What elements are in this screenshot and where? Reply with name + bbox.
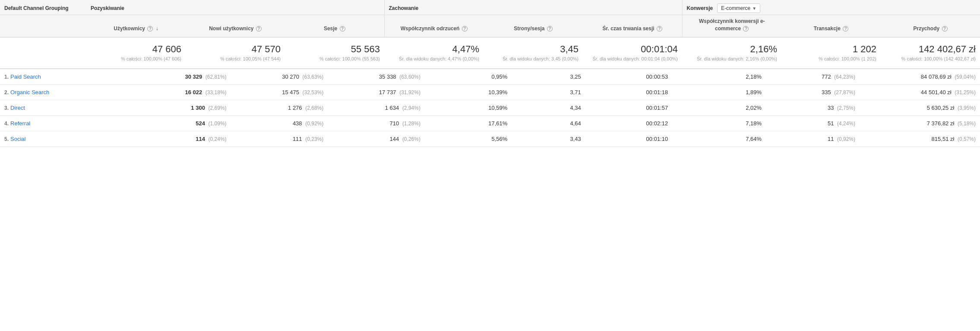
- pages-help-icon[interactable]: ?: [547, 26, 553, 32]
- channel-link[interactable]: Social: [10, 136, 25, 142]
- row-bounce: 5,56%: [425, 131, 512, 146]
- channel-link[interactable]: Direct: [10, 105, 25, 111]
- row-label-cell: 3.Direct: [0, 100, 134, 115]
- new-users-pct: (0,92%): [305, 121, 323, 127]
- row-duration: 00:01:10: [585, 131, 672, 146]
- row-number: 2.: [4, 89, 9, 95]
- row-number: 4.: [4, 121, 9, 127]
- row-users: 114 (0,24%): [134, 131, 231, 146]
- row-revenue: 44 501,40 zł (31,25%): [860, 84, 980, 100]
- transactions-help-icon[interactable]: ?: [843, 26, 848, 32]
- totals-transactions: 1 202 % całości: 100,00% (1 202): [781, 37, 881, 69]
- row-bounce: 17,61%: [425, 115, 512, 131]
- totals-conv-main: 2,16%: [686, 44, 777, 55]
- totals-transactions-sub: % całości: 100,00% (1 202): [786, 56, 876, 62]
- new-users-help-icon[interactable]: ?: [256, 26, 262, 32]
- col-header-bounce[interactable]: Współczynnik odrzuceń ?: [384, 15, 484, 37]
- row-transactions: 33 (2,75%): [766, 100, 860, 115]
- row-new-users: 1 276 (2,68%): [231, 100, 328, 115]
- row-revenue: 5 630,25 zł (3,95%): [860, 100, 980, 115]
- sessions-help-icon[interactable]: ?: [340, 26, 345, 32]
- col-header-users[interactable]: Użytkownicy ? ↓: [86, 15, 186, 37]
- new-users-pct: (63,63%): [303, 74, 324, 80]
- section-pozyskiwanie: Pozyskiwanie: [86, 0, 384, 15]
- col-header-revenue[interactable]: Przychody ?: [881, 15, 980, 37]
- row-transactions: 772 (64,23%): [766, 69, 860, 85]
- channel-link[interactable]: Paid Search: [10, 73, 41, 80]
- totals-pages: 3,45 Śr. dla widoku danych: 3,45 (0,00%): [484, 37, 583, 69]
- totals-new-users-sub: % całości: 100,05% (47 544): [190, 56, 281, 62]
- new-users-pct: (0,23%): [305, 136, 323, 142]
- default-channel-grouping-label: Default Channel Grouping: [0, 0, 86, 15]
- row-label-cell: 4.Referral: [0, 115, 134, 131]
- sessions-pct: (2,94%): [402, 105, 420, 111]
- users-value: 114: [196, 136, 205, 142]
- totals-sessions-main: 55 563: [289, 44, 380, 55]
- row-sessions: 710 (1,28%): [328, 115, 425, 131]
- sessions-pct: (1,28%): [402, 121, 420, 127]
- row-bounce: 10,59%: [425, 100, 512, 115]
- table-row: 4.Referral524 (1,09%)438 (0,92%)710 (1,2…: [0, 115, 980, 131]
- row-duration: 00:01:57: [585, 100, 672, 115]
- col-header-grouping: [0, 15, 86, 37]
- row-new-users: 438 (0,92%): [231, 115, 328, 131]
- totals-sessions-sub: % całości: 100,00% (55 563): [289, 56, 380, 62]
- row-duration: 00:01:18: [585, 84, 672, 100]
- totals-pages-main: 3,45: [488, 44, 579, 55]
- users-value: 30 329: [185, 73, 202, 80]
- duration-help-icon[interactable]: ?: [657, 26, 662, 32]
- konwersje-label: Konwersje: [687, 5, 713, 11]
- row-number: 3.: [4, 105, 9, 111]
- row-pages: 3,25: [512, 69, 585, 85]
- row-conv: 2,18%: [672, 69, 766, 85]
- row-revenue: 7 376,82 zł (5,18%): [860, 115, 980, 131]
- sessions-pct: (0,26%): [402, 136, 420, 142]
- totals-sessions: 55 563 % całości: 100,00% (55 563): [285, 37, 384, 69]
- users-value: 524: [196, 120, 205, 127]
- duration-label: Śr. czas trwania sesji: [603, 25, 654, 32]
- row-label-cell: 2.Organic Search: [0, 84, 134, 100]
- col-header-conv[interactable]: Współczynnik konwersji e-commerce ?: [682, 15, 781, 37]
- totals-users-main: 47 606: [91, 44, 181, 55]
- col-header-pages[interactable]: Strony/sesja ?: [484, 15, 583, 37]
- col-header-transactions[interactable]: Transakcje ?: [781, 15, 881, 37]
- revenue-help-icon[interactable]: ?: [942, 26, 948, 32]
- users-help-icon[interactable]: ?: [147, 26, 153, 32]
- revenue-label: Przychody: [913, 25, 939, 32]
- row-label-cell: 5.Social: [0, 131, 134, 146]
- row-new-users: 15 475 (32,53%): [231, 84, 328, 100]
- totals-duration-main: 00:01:04: [587, 44, 678, 55]
- table-row: 5.Social114 (0,24%)111 (0,23%)144 (0,26%…: [0, 131, 980, 146]
- col-header-sessions[interactable]: Sesje ?: [285, 15, 384, 37]
- row-conv: 1,89%: [672, 84, 766, 100]
- channel-link[interactable]: Referral: [10, 120, 30, 127]
- users-value: 1 300: [191, 105, 205, 111]
- revenue-pct: (5,18%): [958, 121, 976, 127]
- channel-link[interactable]: Organic Search: [10, 89, 49, 95]
- section-header-row: Default Channel Grouping Pozyskiwanie Za…: [0, 0, 980, 15]
- row-pages: 3,43: [512, 131, 585, 146]
- ecommerce-dropdown[interactable]: E-commerce ▼: [717, 3, 760, 13]
- col-header-duration[interactable]: Śr. czas trwania sesji ?: [583, 15, 682, 37]
- users-pct: (33,18%): [205, 89, 227, 95]
- conv-label: Współczynnik konwersji e-commerce: [699, 18, 765, 32]
- section-konwersje-header: Konwersje E-commerce ▼: [682, 0, 980, 15]
- sort-down-icon[interactable]: ↓: [156, 25, 158, 32]
- row-new-users: 111 (0,23%): [231, 131, 328, 146]
- col-header-new-users[interactable]: Nowi użytkownicy ?: [186, 15, 285, 37]
- totals-users-sub: % całości: 100,00% (47 606): [91, 56, 181, 62]
- users-value: 16 022: [185, 89, 202, 95]
- users-pct: (0,24%): [209, 136, 227, 142]
- row-label-cell: 1.Paid Search: [0, 69, 134, 85]
- row-pages: 3,71: [512, 84, 585, 100]
- bounce-help-icon[interactable]: ?: [462, 26, 468, 32]
- conv-help-icon[interactable]: ?: [743, 26, 749, 32]
- row-revenue: 84 078,69 zł (59,04%): [860, 69, 980, 85]
- revenue-pct: (59,04%): [955, 74, 976, 80]
- totals-conv-sub: Śr. dla widoku danych: 2,16% (0,00%): [686, 56, 777, 62]
- revenue-pct: (31,25%): [955, 89, 976, 95]
- totals-duration: 00:01:04 Śr. dla widoku danych: 00:01:04…: [583, 37, 682, 69]
- totals-label: [0, 37, 86, 69]
- analytics-table-container: Default Channel Grouping Pozyskiwanie Za…: [0, 0, 980, 147]
- totals-duration-sub: Śr. dla widoku danych: 00:01:04 (0,00%): [587, 56, 678, 62]
